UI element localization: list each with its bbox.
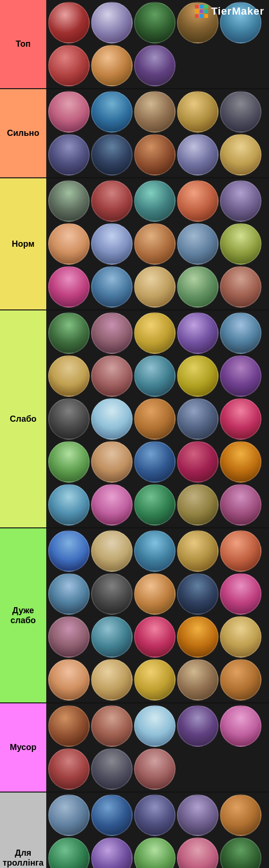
champion-avatar-weak-3 xyxy=(177,312,219,354)
tier-label-norm: Норм xyxy=(0,178,46,309)
champion-avatar-weak-19 xyxy=(220,441,261,483)
champion-avatar-weak-1 xyxy=(91,312,133,354)
champion-avatar-trash-6 xyxy=(91,748,133,790)
champion-avatar-weak-20 xyxy=(48,484,90,526)
champion-avatar-very-weak-0 xyxy=(48,530,90,572)
champion-avatar-troll-0 xyxy=(48,794,90,836)
champion-avatar-weak-17 xyxy=(134,441,176,483)
champion-avatar-norm-9 xyxy=(220,223,261,265)
champion-avatar-top-0 xyxy=(48,2,90,43)
champion-avatar-troll-2 xyxy=(134,794,176,836)
champion-avatar-troll-1 xyxy=(91,794,133,836)
top-tier-label: Топ xyxy=(0,0,46,88)
tier-content-troll xyxy=(46,793,269,868)
champion-avatar-weak-9 xyxy=(220,355,261,397)
champion-avatar-norm-3 xyxy=(177,180,219,222)
champion-avatar-weak-5 xyxy=(48,355,90,397)
champion-avatar-weak-24 xyxy=(220,484,261,526)
champion-avatar-weak-6 xyxy=(91,355,133,397)
champion-avatar-troll-5 xyxy=(48,837,90,868)
champion-avatar-trash-1 xyxy=(91,705,133,747)
champion-avatar-strong-2 xyxy=(134,91,176,133)
champion-avatar-troll-3 xyxy=(177,794,219,836)
champion-avatar-norm-7 xyxy=(134,223,176,265)
champion-avatar-very-weak-16 xyxy=(91,659,133,701)
champion-avatar-trash-7 xyxy=(134,748,176,790)
tier-content-very-weak xyxy=(46,528,269,702)
champion-avatar-norm-13 xyxy=(177,266,219,308)
tier-content-norm xyxy=(46,178,269,309)
champion-avatar-strong-8 xyxy=(177,134,219,175)
champion-avatar-top-5 xyxy=(48,45,90,86)
tier-label-trash: Мусор xyxy=(0,703,46,792)
tier-label-strong: Сильно xyxy=(0,89,46,177)
champion-avatar-norm-1 xyxy=(91,180,133,222)
tiermaker-logo: TierMaker xyxy=(193,2,267,20)
champion-avatar-weak-10 xyxy=(48,398,90,440)
champion-avatar-troll-7 xyxy=(134,837,176,868)
champion-avatar-very-weak-19 xyxy=(220,659,261,701)
champion-avatar-norm-5 xyxy=(48,223,90,265)
champion-avatar-norm-0 xyxy=(48,180,90,222)
champion-avatar-strong-4 xyxy=(220,91,261,133)
champion-avatar-weak-15 xyxy=(48,441,90,483)
champion-avatar-weak-2 xyxy=(134,312,176,354)
champion-avatar-top-6 xyxy=(91,45,133,86)
tier-row-norm: Норм xyxy=(0,178,269,310)
champion-avatar-weak-13 xyxy=(177,398,219,440)
champion-avatar-strong-7 xyxy=(134,134,176,175)
champion-avatar-weak-16 xyxy=(91,441,133,483)
logo-grid-icon xyxy=(195,5,208,18)
champion-avatar-strong-5 xyxy=(48,134,90,175)
champion-avatar-weak-7 xyxy=(134,355,176,397)
champion-avatar-strong-1 xyxy=(91,91,133,133)
tier-row-weak: Слабо xyxy=(0,310,269,528)
champion-avatar-top-1 xyxy=(91,2,133,43)
champion-avatar-weak-11 xyxy=(91,398,133,440)
champion-avatar-troll-4 xyxy=(220,794,261,836)
champion-avatar-trash-3 xyxy=(177,705,219,747)
champion-avatar-weak-4 xyxy=(220,312,261,354)
champion-avatar-very-weak-8 xyxy=(177,573,219,615)
champion-avatar-norm-6 xyxy=(91,223,133,265)
champion-avatar-norm-2 xyxy=(134,180,176,222)
tier-label-weak: Слабо xyxy=(0,310,46,527)
tier-label-troll: Для троллінга xyxy=(0,793,46,868)
champion-avatar-very-weak-12 xyxy=(134,616,176,658)
champion-avatar-weak-21 xyxy=(91,484,133,526)
tier-row-trash: Мусор xyxy=(0,703,269,793)
champion-avatar-weak-8 xyxy=(177,355,219,397)
champion-avatar-troll-8 xyxy=(177,837,219,868)
champion-avatar-very-weak-5 xyxy=(48,573,90,615)
champion-avatar-norm-11 xyxy=(91,266,133,308)
champion-avatar-norm-12 xyxy=(134,266,176,308)
champion-avatar-very-weak-7 xyxy=(134,573,176,615)
champion-avatar-very-weak-2 xyxy=(134,530,176,572)
tier-row-very-weak: Дуже слабо xyxy=(0,528,269,703)
champion-avatar-strong-9 xyxy=(220,134,261,175)
tier-content-trash xyxy=(46,703,269,792)
champion-avatar-norm-14 xyxy=(220,266,261,308)
champion-avatar-norm-8 xyxy=(177,223,219,265)
champion-avatar-troll-9 xyxy=(220,837,261,868)
champion-avatar-strong-6 xyxy=(91,134,133,175)
champion-avatar-very-weak-14 xyxy=(220,616,261,658)
champion-avatar-very-weak-1 xyxy=(91,530,133,572)
top-tier-content: TierMaker xyxy=(46,0,269,88)
champion-avatar-very-weak-17 xyxy=(134,659,176,701)
champion-avatar-strong-3 xyxy=(177,91,219,133)
champion-avatar-very-weak-11 xyxy=(91,616,133,658)
champion-avatar-weak-14 xyxy=(220,398,261,440)
champion-avatar-very-weak-15 xyxy=(48,659,90,701)
tier-content-strong xyxy=(46,89,269,177)
champion-avatar-top-7 xyxy=(134,45,176,86)
champion-avatar-weak-22 xyxy=(134,484,176,526)
champion-avatar-norm-4 xyxy=(220,180,261,222)
champion-avatar-trash-2 xyxy=(134,705,176,747)
champion-avatar-weak-18 xyxy=(177,441,219,483)
champion-avatar-weak-0 xyxy=(48,312,90,354)
champion-avatar-very-weak-4 xyxy=(220,530,261,572)
champion-avatar-very-weak-10 xyxy=(48,616,90,658)
champion-avatar-trash-5 xyxy=(48,748,90,790)
champion-avatar-very-weak-18 xyxy=(177,659,219,701)
